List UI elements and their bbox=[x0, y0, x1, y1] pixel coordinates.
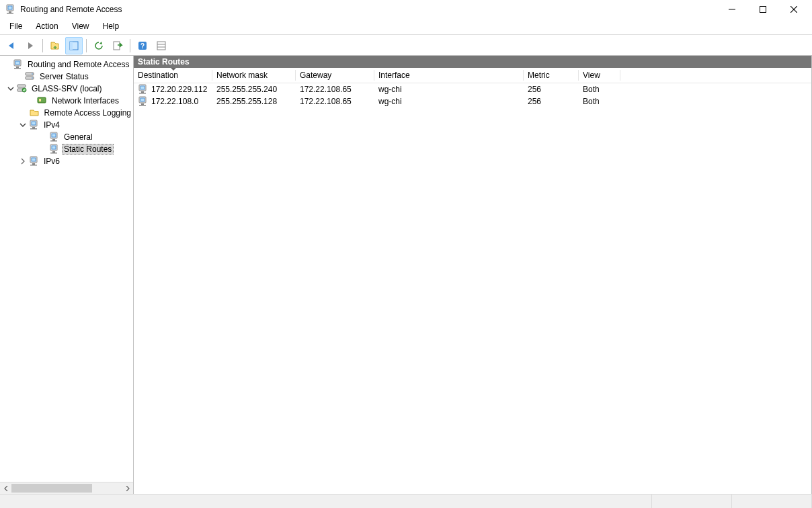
tree-label: IPv6 bbox=[42, 156, 62, 167]
maximize-button[interactable] bbox=[747, 0, 778, 19]
cell-gateway: 172.22.108.65 bbox=[296, 97, 374, 106]
cell-text: 172.22.108.0 bbox=[151, 97, 198, 106]
details-button[interactable] bbox=[153, 37, 170, 54]
list-body: 172.20.229.112255.255.255.240172.22.108.… bbox=[134, 83, 811, 108]
column-header-destination[interactable]: Destination bbox=[134, 69, 212, 82]
title-bar: Routing and Remote Access bbox=[0, 0, 812, 19]
app-icon bbox=[5, 4, 16, 15]
cell-network-mask: 255.255.255.128 bbox=[212, 97, 296, 106]
column-header-gateway[interactable]: Gateway bbox=[296, 69, 374, 82]
up-button[interactable] bbox=[46, 37, 64, 54]
content-header: Static Routes bbox=[134, 56, 811, 68]
rras-icon bbox=[13, 59, 24, 70]
tree-label: Server Status bbox=[38, 71, 91, 82]
cell-view: Both bbox=[579, 97, 620, 106]
tree-label: General bbox=[62, 132, 95, 142]
toolbar: ? bbox=[0, 35, 812, 56]
cell-view: Both bbox=[579, 85, 620, 94]
table-row[interactable]: 172.20.229.112255.255.255.240172.22.108.… bbox=[134, 83, 811, 95]
rras-icon bbox=[29, 120, 40, 130]
status-cell bbox=[0, 495, 652, 508]
tree-ipv4-general[interactable]: General bbox=[0, 131, 133, 143]
cell-interface: wg-chi bbox=[374, 97, 524, 106]
column-header-metric[interactable]: Metric bbox=[524, 69, 579, 82]
cell-metric: 256 bbox=[524, 97, 579, 106]
nic-icon bbox=[37, 95, 48, 106]
svg-rect-19 bbox=[114, 42, 120, 50]
cell-destination: 172.20.229.112 bbox=[134, 84, 212, 95]
column-header-network-mask[interactable]: Network mask bbox=[212, 69, 296, 82]
chevron-down-icon[interactable] bbox=[19, 122, 27, 128]
menu-help[interactable]: Help bbox=[96, 20, 126, 32]
cell-interface: wg-chi bbox=[374, 85, 524, 94]
rras-icon bbox=[49, 132, 60, 142]
tree-server[interactable]: GLASS-SRV (local) bbox=[0, 83, 133, 95]
svg-rect-22 bbox=[157, 42, 165, 50]
route-icon bbox=[138, 96, 149, 107]
cell-metric: 256 bbox=[524, 85, 579, 94]
cell-network-mask: 255.255.255.240 bbox=[212, 85, 296, 94]
show-hide-tree-button[interactable] bbox=[65, 37, 83, 54]
rras-icon bbox=[29, 156, 40, 167]
column-header-interface[interactable]: Interface bbox=[374, 69, 524, 82]
forward-button[interactable] bbox=[22, 37, 39, 54]
sort-desc-icon bbox=[171, 68, 176, 71]
tree-remote-access-logging[interactable]: Remote Access Logging bbox=[0, 107, 133, 119]
tree-label: IPv4 bbox=[42, 120, 62, 130]
tree-ipv4[interactable]: IPv4 bbox=[0, 119, 133, 131]
tree-root-label: Routing and Remote Access bbox=[26, 59, 131, 70]
content-pane: Static Routes Destination Network mask G… bbox=[134, 56, 812, 494]
export-button[interactable] bbox=[109, 37, 126, 54]
tree-root[interactable]: Routing and Remote Access bbox=[0, 58, 133, 71]
window-title: Routing and Remote Access bbox=[20, 5, 122, 14]
tree-ipv4-static-routes[interactable]: Static Routes bbox=[0, 143, 133, 155]
status-cell bbox=[652, 495, 732, 508]
tree-ipv6[interactable]: IPv6 bbox=[0, 155, 133, 167]
cell-gateway: 172.22.108.65 bbox=[296, 85, 374, 94]
scroll-right-button[interactable] bbox=[122, 482, 133, 494]
server-icon bbox=[25, 71, 36, 82]
menu-bar: File Action View Help bbox=[0, 19, 812, 34]
list-header: Destination Network mask Gateway Interfa… bbox=[134, 68, 811, 83]
status-bar bbox=[0, 494, 812, 508]
scrollbar-thumb[interactable] bbox=[11, 484, 92, 493]
back-button[interactable] bbox=[3, 37, 20, 54]
menu-view[interactable]: View bbox=[65, 20, 96, 32]
folder-icon bbox=[30, 108, 40, 118]
column-label: Destination bbox=[138, 71, 178, 80]
svg-rect-18 bbox=[70, 42, 73, 50]
column-header-view[interactable]: View bbox=[579, 69, 620, 82]
status-cell bbox=[732, 495, 812, 508]
window-controls bbox=[717, 0, 809, 19]
chevron-right-icon[interactable] bbox=[19, 158, 27, 165]
tree-label: GLASS-SRV (local) bbox=[30, 83, 104, 94]
svg-rect-14 bbox=[760, 7, 766, 13]
minimize-button[interactable] bbox=[717, 0, 747, 19]
tree-server-status[interactable]: Server Status bbox=[0, 71, 133, 83]
tree-label: Remote Access Logging bbox=[42, 108, 133, 118]
rras-icon bbox=[49, 144, 60, 155]
tree-pane: Routing and Remote Access Server Status … bbox=[0, 56, 134, 494]
table-row[interactable]: 172.22.108.0255.255.255.128172.22.108.65… bbox=[134, 95, 811, 108]
scroll-left-button[interactable] bbox=[0, 482, 11, 494]
close-button[interactable] bbox=[778, 0, 809, 19]
tree-label: Static Routes bbox=[62, 144, 114, 155]
help-button[interactable]: ? bbox=[134, 37, 151, 54]
menu-action[interactable]: Action bbox=[29, 20, 65, 32]
menu-file[interactable]: File bbox=[3, 20, 29, 32]
route-icon bbox=[138, 84, 149, 95]
cell-destination: 172.22.108.0 bbox=[134, 96, 212, 107]
server-running-icon bbox=[17, 83, 28, 94]
tree-label: Network Interfaces bbox=[50, 95, 121, 106]
refresh-button[interactable] bbox=[90, 37, 108, 54]
chevron-down-icon[interactable] bbox=[7, 85, 15, 92]
cell-text: 172.20.229.112 bbox=[151, 85, 207, 94]
tree-horizontal-scrollbar[interactable] bbox=[0, 482, 133, 494]
tree-network-interfaces[interactable]: Network Interfaces bbox=[0, 95, 133, 107]
svg-text:?: ? bbox=[140, 42, 145, 50]
